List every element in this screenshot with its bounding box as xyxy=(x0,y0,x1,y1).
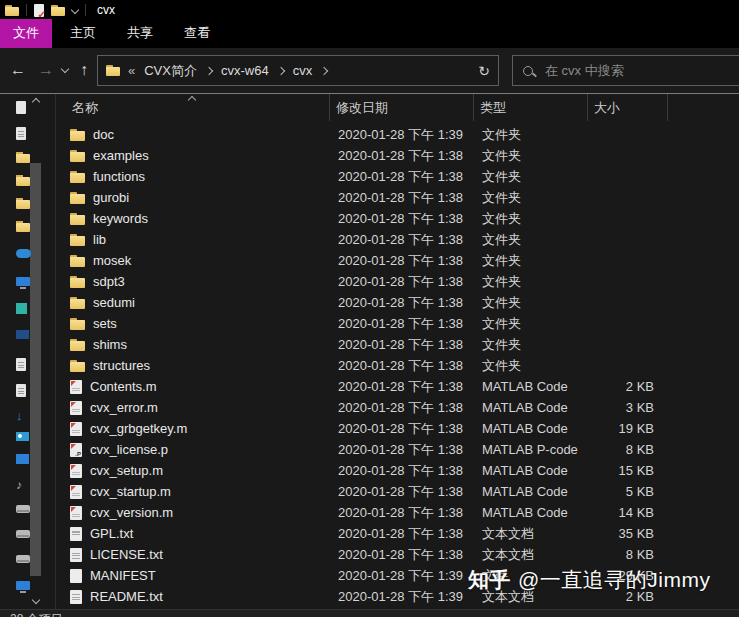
folder-icon xyxy=(70,150,85,162)
back-button[interactable]: ← xyxy=(10,60,26,80)
recent-locations-chevron-icon[interactable] xyxy=(61,65,69,73)
breadcrumb-item[interactable]: cvx xyxy=(293,63,313,78)
date-modified-cell: 2020-01-28 下午 1:38 xyxy=(330,546,474,564)
sidebar-music-icon[interactable]: ♪ xyxy=(16,479,32,493)
folder-row[interactable]: functions2020-01-28 下午 1:38文件夹 xyxy=(56,166,739,187)
date-modified-cell: 2020-01-28 下午 1:38 xyxy=(330,525,474,543)
sidebar-onedrive-icon[interactable] xyxy=(16,249,31,258)
sidebar-folder-icon[interactable] xyxy=(16,175,32,189)
file-row[interactable]: Contents.m2020-01-28 下午 1:38MATLAB Code2… xyxy=(56,376,739,397)
size-cell: 8 KB xyxy=(588,547,668,562)
folder-row[interactable]: sedumi2020-01-28 下午 1:38文件夹 xyxy=(56,292,739,313)
tab-file[interactable]: 文件 xyxy=(0,19,52,48)
date-modified-cell: 2020-01-28 下午 1:39 xyxy=(330,567,474,585)
properties-check-icon[interactable] xyxy=(34,4,44,17)
breadcrumb-separator-icon[interactable] xyxy=(276,66,284,74)
file-name-cell: LICENSE.txt xyxy=(56,547,330,562)
sidebar-document-icon[interactable] xyxy=(16,127,26,140)
file-row[interactable]: cvx_error.m2020-01-28 下午 1:38MATLAB Code… xyxy=(56,397,739,418)
sidebar-disk-icon[interactable] xyxy=(16,505,30,513)
customize-qat-chevron-icon[interactable] xyxy=(71,6,79,14)
breadcrumb-separator-icon[interactable] xyxy=(205,66,213,74)
sidebar-videos-icon[interactable] xyxy=(16,330,29,339)
breadcrumb-separator-icon[interactable] xyxy=(320,66,328,74)
folder-row[interactable]: shims2020-01-28 下午 1:38文件夹 xyxy=(56,334,739,355)
file-name-label: cvx_version.m xyxy=(90,505,173,520)
ribbon-tabbar: 文件 主页 共享 查看 xyxy=(0,20,739,48)
sidebar-pictures-icon[interactable] xyxy=(16,432,29,441)
folder-row[interactable]: structures2020-01-28 下午 1:38文件夹 xyxy=(56,355,739,376)
sidebar-3d-objects-icon[interactable] xyxy=(16,303,27,314)
tab-view[interactable]: 查看 xyxy=(171,19,223,48)
sidebar-disk-icon[interactable] xyxy=(16,530,30,538)
file-name-cell: cvx_license.p xyxy=(56,442,330,457)
folder-icon xyxy=(70,255,85,267)
folder-row[interactable]: mosek2020-01-28 下午 1:38文件夹 xyxy=(56,250,739,271)
sidebar-file-icon[interactable] xyxy=(16,101,26,114)
date-modified-cell: 2020-01-28 下午 1:39 xyxy=(330,126,474,144)
file-name-cell: README.txt xyxy=(56,589,330,604)
file-row[interactable]: LICENSE.txt2020-01-28 下午 1:38文本文档8 KB xyxy=(56,544,739,565)
type-cell: MATLAB Code xyxy=(474,484,588,499)
file-row[interactable]: cvx_license.p2020-01-28 下午 1:38MATLAB P-… xyxy=(56,439,739,460)
search-input[interactable] xyxy=(543,62,717,79)
column-header-type[interactable]: 类型 xyxy=(474,94,588,121)
address-bar[interactable]: « CVX简介 cvx-w64 cvx xyxy=(97,55,488,86)
type-cell: 文件夹 xyxy=(474,357,588,375)
search-box[interactable] xyxy=(512,55,739,86)
breadcrumb-item[interactable]: cvx-w64 xyxy=(221,63,269,78)
folder-row[interactable]: sdpt32020-01-28 下午 1:38文件夹 xyxy=(56,271,739,292)
folder-row[interactable]: lib2020-01-28 下午 1:38文件夹 xyxy=(56,229,739,250)
file-name-cell: sdpt3 xyxy=(56,274,330,289)
folder-row[interactable]: keywords2020-01-28 下午 1:38文件夹 xyxy=(56,208,739,229)
date-modified-cell: 2020-01-28 下午 1:38 xyxy=(330,420,474,438)
date-modified-cell: 2020-01-28 下午 1:38 xyxy=(330,483,474,501)
sidebar-document-icon[interactable] xyxy=(16,358,26,371)
nav-scroll-up-icon[interactable] xyxy=(32,98,40,106)
file-icon xyxy=(70,443,82,457)
folder-row[interactable]: gurobi2020-01-28 下午 1:38文件夹 xyxy=(56,187,739,208)
file-icon xyxy=(70,464,82,478)
sidebar-document-icon[interactable] xyxy=(16,384,26,397)
breadcrumb: « CVX简介 cvx-w64 cvx xyxy=(128,62,473,80)
type-cell: 文件夹 xyxy=(474,231,588,249)
file-name-label: cvx_grbgetkey.m xyxy=(90,421,187,436)
column-header-size[interactable]: 大小 xyxy=(588,94,668,121)
zhihu-watermark: 知乎@一直追寻的Jimmy xyxy=(468,566,710,594)
nav-scroll-down-icon[interactable] xyxy=(32,596,40,604)
sidebar-network-icon[interactable] xyxy=(16,581,30,590)
tab-home[interactable]: 主页 xyxy=(57,19,109,48)
tab-share[interactable]: 共享 xyxy=(114,19,166,48)
new-folder-icon[interactable] xyxy=(51,5,65,16)
sidebar-this-pc-icon[interactable] xyxy=(16,277,30,286)
type-cell: MATLAB Code xyxy=(474,505,588,520)
file-name-label: sdpt3 xyxy=(93,274,125,289)
sidebar-desktop-icon[interactable] xyxy=(16,454,29,464)
date-modified-cell: 2020-01-28 下午 1:38 xyxy=(330,189,474,207)
file-row[interactable]: GPL.txt2020-01-28 下午 1:38文本文档35 KB xyxy=(56,523,739,544)
sidebar-folder-icon[interactable] xyxy=(16,221,32,235)
file-row[interactable]: cvx_version.m2020-01-28 下午 1:38MATLAB Co… xyxy=(56,502,739,523)
folder-row[interactable]: doc2020-01-28 下午 1:39文件夹 xyxy=(56,124,739,145)
file-row[interactable]: cvx_setup.m2020-01-28 下午 1:38MATLAB Code… xyxy=(56,460,739,481)
file-name-label: GPL.txt xyxy=(90,526,133,541)
content-area: ↓♪ 名称 修改日期 类型 大小 doc2020-01-28 下午 1:39文件… xyxy=(0,93,739,611)
sidebar-folder-icon[interactable] xyxy=(16,198,32,212)
up-button[interactable]: ↑ xyxy=(80,60,88,80)
file-name-label: sets xyxy=(93,316,117,331)
sidebar-downloads-icon[interactable]: ↓ xyxy=(16,409,32,423)
zhihu-logo-text: 知乎 xyxy=(468,568,511,591)
file-row[interactable]: cvx_startup.m2020-01-28 下午 1:38MATLAB Co… xyxy=(56,481,739,502)
column-header-date-modified[interactable]: 修改日期 xyxy=(330,94,474,121)
file-name-cell: structures xyxy=(56,358,330,373)
sidebar-disk-icon[interactable] xyxy=(16,555,30,563)
breadcrumb-overflow[interactable]: « xyxy=(128,63,135,78)
folder-row[interactable]: sets2020-01-28 下午 1:38文件夹 xyxy=(56,313,739,334)
watermark-handle: @一直追寻的Jimmy xyxy=(518,568,710,591)
forward-button[interactable]: → xyxy=(38,60,54,80)
breadcrumb-item[interactable]: CVX简介 xyxy=(144,62,197,80)
folder-row[interactable]: examples2020-01-28 下午 1:38文件夹 xyxy=(56,145,739,166)
file-row[interactable]: cvx_grbgetkey.m2020-01-28 下午 1:38MATLAB … xyxy=(56,418,739,439)
refresh-button[interactable]: ↻ xyxy=(470,55,499,86)
sidebar-folder-icon[interactable] xyxy=(16,152,32,166)
